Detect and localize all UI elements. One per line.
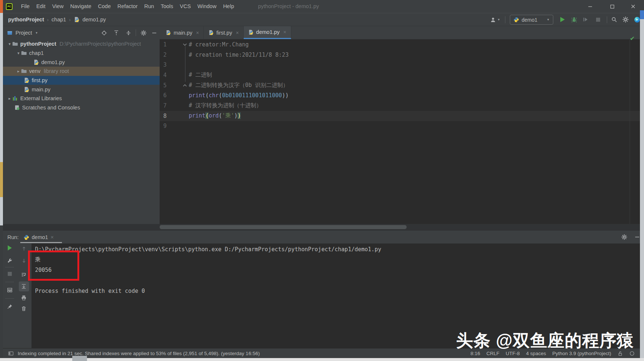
code-line-8-current: 8 print(ord('乘')) <box>160 111 640 121</box>
tree-row-first[interactable]: first.py <box>3 76 160 85</box>
restore-layout-icon[interactable] <box>5 285 14 295</box>
code-editor[interactable]: 1 # creator:Mr.Chang 2 # creation time:2… <box>160 39 640 131</box>
chevron-expanded-icon[interactable]: ▾ <box>7 42 12 46</box>
console-blank-line <box>35 276 381 286</box>
fold-region <box>167 121 188 132</box>
close-button[interactable] <box>624 0 641 13</box>
run-configuration-select[interactable]: demo1 ▼ <box>510 15 553 25</box>
expand-all-icon[interactable] <box>112 28 121 37</box>
menu-navigate[interactable]: Navigate <box>67 0 95 13</box>
close-icon[interactable]: × <box>236 30 239 36</box>
maximize-button[interactable] <box>604 0 621 13</box>
chevron-down-icon: ▼ <box>547 18 550 21</box>
debug-button[interactable] <box>569 15 579 24</box>
tree-label: venv <box>29 68 41 74</box>
settings-gear-icon[interactable] <box>621 15 630 24</box>
tree-row-venv[interactable]: ▸ venv library root <box>3 67 160 76</box>
menu-code[interactable]: Code <box>95 0 114 13</box>
tree-row-demo1[interactable]: demo1.py <box>3 57 160 67</box>
run-panel-settings-gear-icon[interactable] <box>619 232 629 242</box>
breadcrumb-file[interactable]: demo1.py <box>83 17 106 22</box>
menu-run[interactable]: Run <box>141 0 157 13</box>
menu-file[interactable]: File <box>18 0 33 13</box>
python-logo-icon <box>24 235 29 240</box>
close-icon[interactable]: × <box>196 30 199 36</box>
close-icon[interactable]: × <box>283 29 286 35</box>
navigation-bar: pythonProject › chap1 › demo1.py ▼ demo1… <box>3 13 640 26</box>
run-tab-underline <box>20 242 62 243</box>
soft-wrap-icon[interactable] <box>19 270 29 279</box>
down-stacktrace-icon[interactable] <box>19 256 29 266</box>
toolbar-divider <box>607 16 607 23</box>
hide-panel-icon[interactable] <box>150 28 159 37</box>
run-tab-label: demo1 <box>32 234 48 240</box>
background-window-edge-right-blue <box>640 10 644 19</box>
stop-button[interactable] <box>593 15 603 24</box>
search-everywhere-icon[interactable] <box>609 15 619 24</box>
chevron-down-icon[interactable]: ▼ <box>35 31 38 35</box>
tree-label: main.py <box>32 87 51 92</box>
tab-main-py[interactable]: main.py × <box>161 26 204 39</box>
collapse-all-icon[interactable] <box>124 28 133 37</box>
close-icon[interactable]: × <box>51 234 53 240</box>
menu-vcs[interactable]: VCS <box>177 0 194 13</box>
menu-view[interactable]: View <box>49 0 67 13</box>
menu-window[interactable]: Window <box>194 0 220 13</box>
editor-hscrollbar-track <box>3 224 640 230</box>
code-line-5: 5 # 二进制转换为汉字（0b 识别二进制） <box>160 80 640 91</box>
toolbar-divider <box>5 282 14 282</box>
window-title: pythonProject - demo1.py <box>258 0 319 13</box>
up-stacktrace-icon[interactable] <box>19 244 29 253</box>
console-output-line: 20056 <box>35 265 381 275</box>
background-window-edge-left-orange <box>0 0 3 13</box>
background-window-edge-right <box>640 0 644 361</box>
run-panel-header: Run: demo1 × <box>3 230 640 243</box>
breadcrumb-folder[interactable]: chap1 <box>52 17 66 22</box>
editor-hscrollbar-thumb[interactable] <box>160 225 407 229</box>
menu-help[interactable]: Help <box>220 0 237 13</box>
breadcrumb-separator-icon: › <box>69 17 70 22</box>
tree-row-main[interactable]: main.py <box>3 85 160 94</box>
chevron-collapsed-icon[interactable]: ▸ <box>7 96 12 101</box>
run-panel-label: Run: <box>7 231 19 244</box>
menu-edit[interactable]: Edit <box>33 0 49 13</box>
code-text: # creator:Mr.Chang <box>188 41 249 48</box>
tree-label: Scratches and Consoles <box>22 105 80 111</box>
scroll-to-end-icon[interactable] <box>19 281 29 291</box>
pin-tab-icon[interactable] <box>5 302 14 311</box>
breadcrumb-project[interactable]: pythonProject <box>8 17 44 22</box>
fold-chevron-up-icon[interactable] <box>183 84 187 87</box>
menu-tools[interactable]: Tools <box>157 0 177 13</box>
panel-settings-gear-icon[interactable] <box>139 28 148 37</box>
project-panel-title[interactable]: Project <box>15 30 32 36</box>
user-account-icon[interactable] <box>488 15 498 24</box>
run-settings-wrench-icon[interactable] <box>5 256 14 265</box>
breadcrumb-separator-icon: › <box>47 17 48 22</box>
inspections-ok-check-icon[interactable]: ✔ <box>630 35 635 42</box>
tree-label: first.py <box>32 77 48 83</box>
run-configuration-name: demo1 <box>522 17 537 23</box>
python-file-icon <box>24 87 29 92</box>
tree-row-chap1[interactable]: ▾ chap1 <box>3 49 160 58</box>
clear-all-trash-icon[interactable] <box>19 304 29 313</box>
chevron-collapsed-icon[interactable]: ▸ <box>16 69 21 74</box>
rerun-button[interactable] <box>5 243 14 253</box>
line-number: 5 <box>160 82 167 89</box>
tool-window-toggle-icon[interactable] <box>8 351 14 356</box>
tab-first-py[interactable]: first.py × <box>204 26 244 39</box>
chevron-expanded-icon[interactable]: ▾ <box>16 51 21 56</box>
tree-row-scratches[interactable]: Scratches and Consoles <box>3 103 160 112</box>
tree-row-external-libraries[interactable]: ▸ External Libraries <box>3 94 160 103</box>
tab-demo1-py[interactable]: demo1.py × <box>244 26 291 39</box>
stop-process-button[interactable] <box>5 269 14 278</box>
code-text: # creation time:2021/11/8 8:23 <box>188 52 289 58</box>
fold-chevron-down-icon[interactable] <box>183 43 187 46</box>
run-button[interactable] <box>558 15 567 24</box>
tree-row-pythonProject[interactable]: ▾ pythonProject D:\PycharmProjects\pytho… <box>3 39 160 49</box>
menu-refactor[interactable]: Refactor <box>114 0 141 13</box>
chevron-down-icon: ▼ <box>497 18 500 21</box>
minimize-button[interactable] <box>582 0 599 13</box>
print-icon[interactable] <box>19 293 29 302</box>
run-with-coverage-button[interactable] <box>581 15 590 24</box>
select-opened-file-icon[interactable] <box>100 28 108 37</box>
